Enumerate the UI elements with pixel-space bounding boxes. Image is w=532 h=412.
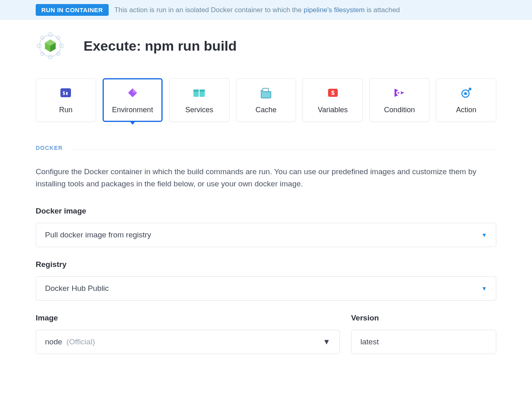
image-label: Image: [36, 314, 340, 322]
banner-text: This action is run in an isolated Docker…: [114, 6, 400, 14]
page-title: Execute: npm run build: [84, 38, 237, 54]
docker-image-label: Docker image: [36, 207, 496, 216]
gear-wrench-icon: [460, 86, 473, 99]
docker-image-select[interactable]: Pull docker image from registry ▼: [36, 223, 496, 247]
svg-rect-20: [263, 88, 268, 92]
svg-point-27: [464, 92, 467, 95]
dollar-icon: $: [326, 86, 339, 99]
pipeline-filesystem-link[interactable]: pipeline's filesystem: [304, 6, 365, 14]
svg-rect-1: [49, 33, 52, 36]
version-label: Version: [351, 314, 496, 322]
svg-rect-2: [49, 55, 52, 59]
version-input[interactable]: [351, 330, 496, 354]
chevron-down-icon: ▼: [323, 337, 330, 346]
tab-services[interactable]: Services: [169, 78, 230, 122]
svg-rect-3: [37, 44, 41, 47]
svg-rect-5: [40, 36, 45, 40]
chevron-down-icon: ▼: [481, 232, 487, 238]
docker-section-label: DOCKER: [36, 145, 63, 151]
play-if-icon: IF: [393, 86, 406, 99]
node-cube-icon: [45, 40, 56, 52]
tab-action[interactable]: Action: [436, 78, 496, 122]
run-in-container-badge: RUN IN CONTAINER: [36, 4, 109, 16]
svg-text:$▮: $▮: [62, 90, 68, 96]
svg-rect-4: [60, 44, 63, 47]
svg-rect-8: [56, 52, 61, 56]
tab-condition[interactable]: IF Condition: [369, 78, 430, 122]
containers-icon: [193, 86, 206, 99]
tab-environment[interactable]: Environment: [103, 78, 163, 122]
page-header: Execute: npm run build: [36, 31, 496, 60]
tab-bar: $▮ Run Environment Services Cache $: [36, 78, 496, 122]
terminal-icon: $▮: [59, 86, 72, 99]
folder-icon: [260, 86, 272, 99]
svg-rect-19: [200, 90, 205, 92]
svg-marker-15: [133, 88, 137, 93]
svg-rect-7: [40, 52, 45, 56]
svg-text:$: $: [331, 89, 335, 96]
docker-description: Configure the Docker container in which …: [36, 166, 496, 190]
svg-rect-6: [56, 36, 61, 40]
diamond-icon: [126, 86, 139, 99]
tab-cache[interactable]: Cache: [236, 78, 296, 122]
svg-rect-18: [193, 90, 199, 92]
image-official-tag: (Official): [66, 337, 95, 346]
tab-run[interactable]: $▮ Run: [36, 78, 96, 122]
registry-select[interactable]: Docker Hub Public ▼: [36, 276, 496, 301]
action-icon: [36, 31, 65, 60]
image-select[interactable]: node (Official) ▼: [36, 330, 340, 354]
tab-variables[interactable]: $ Variables: [302, 78, 363, 122]
chevron-down-icon: ▼: [481, 285, 487, 292]
registry-label: Registry: [36, 260, 496, 269]
info-banner: RUN IN CONTAINER This action is run in a…: [0, 0, 532, 20]
svg-text:IF: IF: [397, 92, 400, 94]
